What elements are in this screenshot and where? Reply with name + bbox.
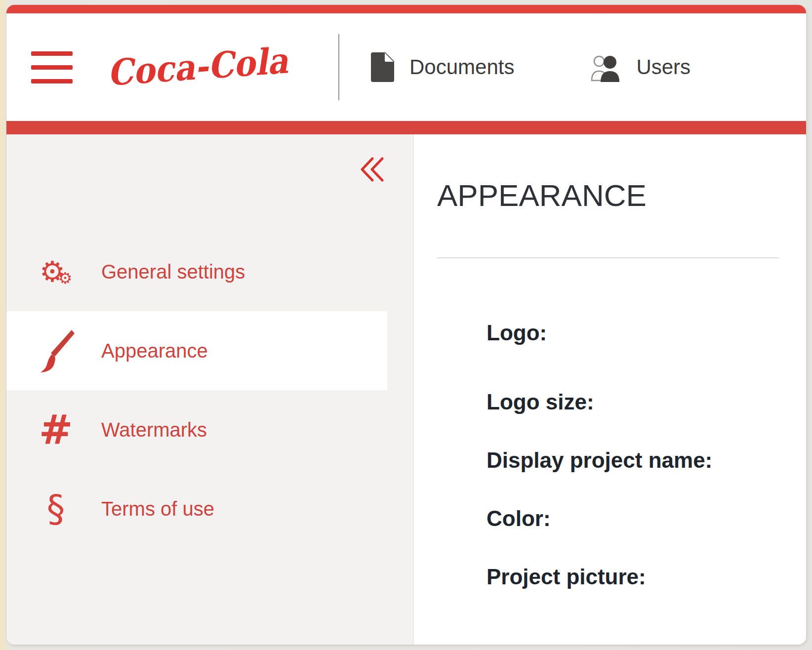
header-accent-bar xyxy=(6,121,806,134)
field-label-logo: Logo: xyxy=(487,321,806,345)
content-row: ⚙ ⚙ General settings Appearance xyxy=(6,134,806,645)
users-icon xyxy=(590,51,623,83)
app-header: Coca-Cola Documents xyxy=(6,13,806,121)
gears-icon: ⚙ ⚙ xyxy=(31,257,81,286)
top-accent-bar xyxy=(6,5,806,13)
nav-documents[interactable]: Documents xyxy=(368,51,514,83)
appearance-fields: Logo: Logo size: Display project name: C… xyxy=(414,321,806,589)
nav-users[interactable]: Users xyxy=(590,51,690,83)
sidebar-item-label: Terms of use xyxy=(101,498,214,520)
app-window: Coca-Cola Documents xyxy=(6,5,806,645)
sidebar-menu: ⚙ ⚙ General settings Appearance xyxy=(6,232,413,548)
nav-documents-label: Documents xyxy=(409,55,514,79)
sidebar-item-label: Appearance xyxy=(101,340,208,362)
sidebar-item-label: General settings xyxy=(101,261,245,283)
field-label-logo-size: Logo size: xyxy=(487,390,806,414)
sidebar-item-general-settings[interactable]: ⚙ ⚙ General settings xyxy=(6,232,387,311)
chevron-double-left-icon xyxy=(359,156,385,183)
logo-text-svg: Coca-Cola xyxy=(106,39,290,93)
sidebar-collapse-button[interactable] xyxy=(359,156,385,183)
main-panel: APPEARANCE Logo: Logo size: Display proj… xyxy=(414,134,806,645)
title-divider xyxy=(437,257,779,258)
hamburger-menu-icon[interactable] xyxy=(31,51,73,83)
document-icon xyxy=(368,51,397,83)
sidebar-item-terms-of-use[interactable]: § Terms of use xyxy=(6,469,387,548)
sidebar-item-appearance[interactable]: Appearance xyxy=(6,311,387,390)
coca-cola-logo: Coca-Cola xyxy=(105,32,293,103)
nav-users-label: Users xyxy=(636,55,690,79)
hash-icon: # xyxy=(31,409,81,450)
field-label-color: Color: xyxy=(487,506,806,531)
paintbrush-icon xyxy=(31,328,81,373)
sidebar-item-label: Watermarks xyxy=(101,419,207,441)
section-sign-icon: § xyxy=(31,490,81,527)
settings-sidebar: ⚙ ⚙ General settings Appearance xyxy=(6,134,414,645)
sidebar-item-watermarks[interactable]: # Watermarks xyxy=(6,390,387,469)
header-divider xyxy=(338,34,339,100)
field-label-display-project-name: Display project name: xyxy=(487,448,806,473)
field-label-project-picture: Project picture: xyxy=(487,565,806,589)
page-title: APPEARANCE xyxy=(437,178,806,213)
